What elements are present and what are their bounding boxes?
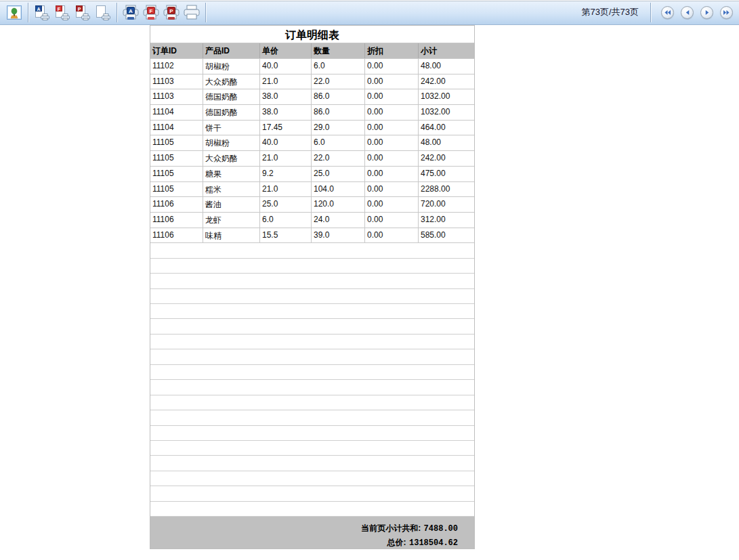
table-cell: 11104 [150, 105, 203, 120]
table-row: 11103大众奶酪21.022.00.00242.00 [150, 74, 474, 90]
table-cell: 0.00 [365, 197, 419, 212]
table-cell: 11106 [150, 228, 203, 243]
table-cell: 2288.00 [419, 182, 474, 197]
table-row: 11105糖果9.225.00.00475.00 [150, 167, 474, 182]
table-cell: 大众奶酪 [203, 74, 260, 89]
empty-row [150, 304, 474, 319]
table-cell: 21.0 [260, 74, 312, 89]
print-preview-pdf-button[interactable]: P [72, 2, 93, 22]
total-line: 总价: 1318504.62 [150, 534, 458, 548]
table-row: 11104德国奶酪38.086.00.001032.00 [150, 105, 474, 121]
table-cell: 48.00 [419, 135, 474, 150]
table-cell: 大众奶酪 [203, 151, 260, 166]
table-cell: 48.00 [419, 59, 474, 74]
table-cell: 21.0 [260, 182, 312, 197]
column-header: 小计 [419, 43, 474, 58]
table-cell: 21.0 [260, 151, 312, 166]
table-row: 11102胡椒粉40.06.00.0048.00 [150, 59, 474, 74]
print-plain-button[interactable] [182, 2, 202, 22]
last-page-button[interactable] [720, 6, 733, 19]
print-flash-button[interactable]: F [141, 2, 161, 22]
table-cell: 0.00 [365, 151, 419, 166]
table-cell: 22.0 [312, 151, 365, 166]
table-cell: 胡椒粉 [203, 135, 260, 150]
table-cell: 86.0 [312, 89, 365, 104]
subtotal-line: 当前页小计共和: 7488.00 [150, 520, 458, 534]
empty-row [150, 380, 474, 395]
empty-row [150, 349, 474, 364]
empty-row [150, 289, 474, 304]
column-header: 折扣 [365, 43, 419, 58]
arrow-left-icon [685, 9, 690, 16]
table-cell: 242.00 [419, 74, 474, 89]
table-cell: 0.00 [365, 182, 419, 197]
first-page-button[interactable] [661, 6, 674, 19]
table-cell: 0.00 [365, 167, 419, 181]
column-header: 数量 [312, 43, 365, 58]
printer-f-icon: F [142, 5, 160, 20]
empty-row [150, 259, 474, 274]
table-cell: 龙虾 [203, 213, 260, 228]
table-cell: 39.0 [312, 228, 365, 243]
table-cell: 11106 [150, 213, 203, 228]
table-cell: 11103 [150, 89, 203, 104]
total-label: 总价: [387, 538, 406, 547]
table-cell: 38.0 [260, 89, 312, 104]
table-cell: 11104 [150, 121, 203, 135]
printer-p-icon: P [163, 5, 180, 20]
table-cell: 40.0 [260, 135, 312, 150]
double-arrow-left-icon [664, 9, 671, 16]
table-cell: 720.00 [419, 197, 474, 212]
table-cell: 胡椒粉 [203, 59, 260, 74]
toolbar-separator [650, 3, 651, 22]
page-print-p-icon: P [75, 5, 90, 20]
table-cell: 15.5 [260, 228, 312, 243]
total-value: 1318504.62 [409, 538, 458, 548]
table-cell: 11105 [150, 167, 203, 181]
table-cell: 11106 [150, 197, 203, 212]
empty-row [150, 426, 474, 441]
table-cell: 德国奶酪 [203, 89, 260, 104]
page-print-f-icon: F [55, 5, 70, 20]
subtotal-value: 7488.00 [424, 524, 458, 534]
table-cell: 9.2 [260, 167, 312, 181]
empty-row [150, 243, 474, 258]
print-preview-applet-button[interactable]: A [32, 2, 52, 22]
report-title: 订单明细表 [150, 26, 474, 43]
table-cell: 11105 [150, 151, 203, 166]
next-page-button[interactable] [700, 6, 713, 19]
empty-row [150, 319, 474, 334]
print-applet-button[interactable]: A [121, 2, 141, 22]
subtotal-label: 当前页小计共和: [361, 523, 421, 533]
table-row: 11105大众奶酪21.022.00.00242.00 [150, 151, 474, 167]
empty-row [150, 441, 474, 456]
table-cell: 0.00 [365, 121, 419, 135]
arrow-right-icon [704, 9, 710, 16]
table-cell: 312.00 [419, 213, 474, 228]
table-cell: 25.0 [312, 167, 365, 181]
table-cell: 糯米 [203, 182, 260, 197]
empty-row [150, 395, 474, 410]
empty-row [150, 410, 474, 425]
previous-page-button[interactable] [681, 6, 694, 19]
toolbar-right-group: 第73页/共73页 [581, 3, 739, 22]
print-pdf-button[interactable]: P [161, 2, 182, 22]
empty-row [150, 471, 474, 486]
table-cell: 6.0 [312, 135, 365, 150]
table-cell: 1032.00 [419, 105, 474, 120]
table-cell: 饼干 [203, 121, 260, 135]
printer-icon [183, 5, 200, 20]
table-cell: 22.0 [312, 74, 365, 89]
empty-row [150, 502, 474, 517]
empty-row [150, 456, 474, 471]
table-cell: 25.0 [260, 197, 312, 212]
page-print-a-icon: A [35, 5, 49, 20]
table-row: 11105糯米21.0104.00.002288.00 [150, 182, 474, 198]
table-cell: 0.00 [365, 59, 419, 74]
table-cell: 0.00 [365, 89, 419, 104]
toolbar: A F P [0, 0, 739, 25]
print-preview-flash-button[interactable]: F [52, 2, 72, 22]
print-preview-plain-button[interactable] [93, 2, 113, 22]
logo-button[interactable] [4, 2, 24, 22]
header-row: 订单ID产品ID单价数量折扣小计 [150, 43, 474, 59]
